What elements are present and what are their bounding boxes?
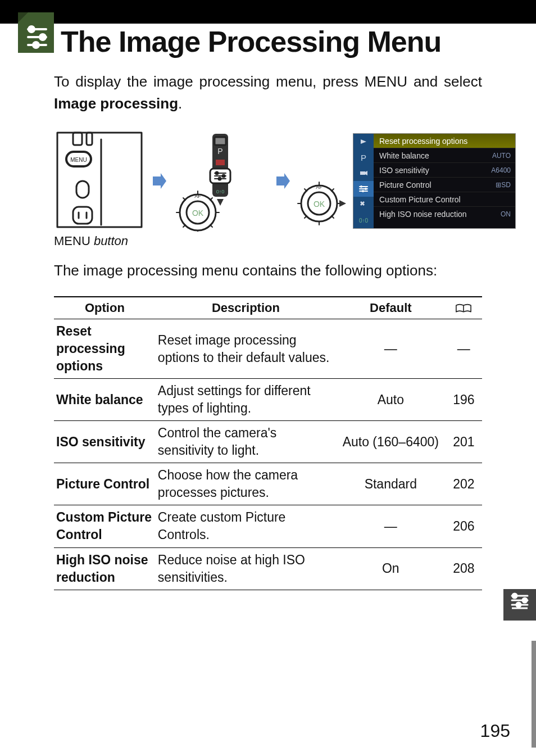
opt-default: Auto (160–6400) <box>336 421 446 463</box>
menu-row-value: AUTO <box>492 152 511 160</box>
svg-point-7 <box>33 42 39 48</box>
header-area: The Image Processing Menu <box>0 24 536 63</box>
intro-mid: and select <box>407 73 482 90</box>
svg-point-5 <box>29 26 34 32</box>
svg-line-52 <box>305 189 307 191</box>
svg-point-72 <box>516 603 521 607</box>
illustration-row: MENU <box>54 129 482 233</box>
leftbar-processing-icon <box>353 181 374 197</box>
col-default: Default <box>336 297 446 319</box>
opt-desc: Reduce noise at high ISO sensitivities. <box>156 547 336 590</box>
subtext: The image processing menu contains the f… <box>54 260 482 282</box>
opt-page: 206 <box>446 505 482 547</box>
menu-button-caption: MENU button <box>54 234 482 248</box>
svg-point-65 <box>362 190 364 192</box>
menu-row: Picture Control ⊞SD <box>374 178 515 192</box>
menu-row: Reset processing options <box>374 134 515 148</box>
menu-leftbar: P 0↑0 <box>353 134 374 228</box>
table-row: High ISO noise reduction Reduce noise at… <box>54 547 482 590</box>
menu-glyph: MENU <box>365 73 408 90</box>
svg-rect-19 <box>215 137 226 145</box>
svg-marker-59 <box>365 171 367 175</box>
opt-desc: Control the camera's sensitivity to ligh… <box>156 421 336 463</box>
svg-point-63 <box>360 185 362 188</box>
leftbar-p-icon: P <box>353 150 374 165</box>
arrow-right-icon <box>274 173 290 189</box>
svg-rect-58 <box>360 171 365 175</box>
opt-name: Reset processing options <box>54 319 156 379</box>
col-description: Description <box>156 297 336 319</box>
svg-marker-43 <box>276 173 290 189</box>
opt-desc: Adjust settings for different types of l… <box>156 379 336 421</box>
svg-line-54 <box>305 216 307 218</box>
opt-name: Custom Picture Control <box>54 505 156 547</box>
svg-rect-21 <box>216 160 225 165</box>
svg-point-26 <box>216 172 219 175</box>
svg-line-39 <box>183 198 185 200</box>
svg-rect-8 <box>73 133 82 145</box>
menu-row-label: White balance <box>379 151 429 160</box>
svg-marker-17 <box>153 173 166 189</box>
opt-name: White balance <box>54 379 156 421</box>
menu-row-label: Picture Control <box>379 180 431 189</box>
table-row: ISO sensitivity Control the camera's sen… <box>54 421 482 463</box>
nav-panel-1: P 0↑0 <box>171 130 270 232</box>
opt-name: ISO sensitivity <box>54 421 156 463</box>
opt-page: 196 <box>446 379 482 421</box>
side-tab-icon <box>503 589 536 621</box>
nav-panel-2: OK AF <box>294 129 348 233</box>
menu-row-label: Custom Picture Control <box>379 195 461 204</box>
intro-suffix: . <box>178 95 182 112</box>
menu-row-value: ⊞SD <box>496 181 511 189</box>
menu-button-word: button <box>90 234 128 248</box>
svg-line-55 <box>331 216 334 218</box>
side-gray-strip <box>532 641 536 748</box>
page-number: 195 <box>480 721 510 741</box>
svg-point-64 <box>365 188 367 190</box>
opt-default: — <box>336 319 446 379</box>
svg-marker-56 <box>339 200 346 207</box>
opt-page: 201 <box>446 421 482 463</box>
svg-marker-30 <box>217 199 224 206</box>
opt-desc: Reset image processing options to their … <box>156 319 336 379</box>
opt-page: 202 <box>446 463 482 505</box>
section-tab-icon <box>18 12 54 53</box>
menu-rows: Reset processing options White balance A… <box>374 134 515 228</box>
svg-text:P: P <box>217 147 222 156</box>
opt-default: On <box>336 547 446 590</box>
svg-point-6 <box>40 34 46 40</box>
options-table: Option Description Default <box>54 296 482 590</box>
svg-text:OK: OK <box>192 209 204 218</box>
table-row: White balance Adjust settings for differ… <box>54 379 482 421</box>
svg-line-41 <box>183 225 185 227</box>
menu-screenshot: P 0↑0 <box>353 133 516 229</box>
opt-default: Auto <box>336 379 446 421</box>
page-content: To display the image processing menu, pr… <box>0 71 536 590</box>
menu-row-label: High ISO noise reduction <box>379 210 467 219</box>
menu-row-label: ISO sensitivity <box>379 166 429 175</box>
table-row: Picture Control Choose how the camera pr… <box>54 463 482 505</box>
col-page-icon <box>446 297 482 319</box>
svg-marker-57 <box>361 139 366 144</box>
opt-page: — <box>446 319 482 379</box>
menu-row: White balance AUTO <box>374 148 515 163</box>
svg-text:OK: OK <box>314 200 325 209</box>
svg-point-28 <box>219 178 221 180</box>
opt-name: Picture Control <box>54 463 156 505</box>
manual-page: The Image Processing Menu To display the… <box>0 0 536 756</box>
leftbar-mic-icon: 0↑0 <box>353 212 374 228</box>
svg-rect-13 <box>73 207 92 224</box>
opt-desc: Choose how the camera processes pictures… <box>156 463 336 505</box>
menu-row-label: Reset processing options <box>379 137 467 146</box>
svg-point-27 <box>222 175 225 178</box>
intro-prefix: To display the image processing menu, pr… <box>54 73 365 90</box>
leftbar-movie-icon <box>353 165 374 181</box>
header-black-bar <box>0 0 536 24</box>
svg-point-71 <box>523 598 527 603</box>
svg-text:MENU: MENU <box>70 157 87 163</box>
menu-row-value: ON <box>501 210 511 218</box>
menu-row: High ISO noise reduction ON <box>374 207 515 221</box>
svg-line-42 <box>210 225 212 227</box>
svg-rect-12 <box>76 181 89 198</box>
opt-desc: Create custom Picture Controls. <box>156 505 336 547</box>
